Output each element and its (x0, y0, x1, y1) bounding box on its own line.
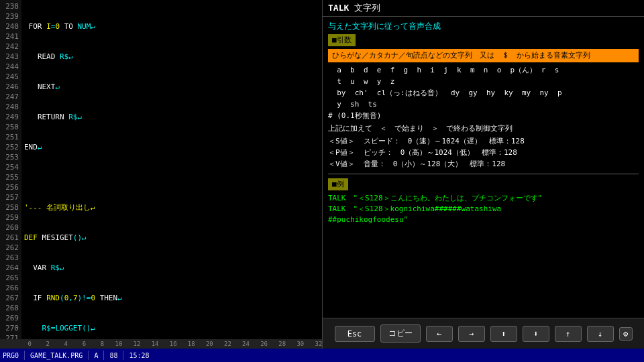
ctrl-values: ＜S値＞ スピード： 0（速）～1024（遅） 標準：128 ＜P値＞ ピッチ：… (328, 135, 639, 170)
code-lines[interactable]: FOR I=0 TO NUM↵ READ R$↵ NEXT↵ RETURN R$… (21, 0, 322, 339)
code-panel: 2382392402412422432442452462472482492502… (0, 0, 322, 349)
status-bar: PRG0 GAME_TALK.PRG A 88 15:28 (0, 349, 644, 362)
status-divider-3 (103, 351, 104, 360)
extra-button[interactable]: ⚙ (619, 327, 633, 341)
filename: GAME_TALK.PRG (30, 352, 83, 359)
args-table: a b d e f g h i j k m n o p（ん） r s t u w… (328, 64, 639, 121)
status-divider-1 (24, 351, 25, 360)
help-content: 与えた文字列に従って音声合成 ■引数 ひらがな／カタカナ／句読点などの文字列 又… (323, 17, 644, 318)
pgup-button[interactable]: ⬆ (490, 326, 517, 342)
help-title-bar: TALK 文字列 (323, 0, 644, 17)
ruler: 0 2 4 6 8 10 12 14 16 18 20 22 24 26 28 … (0, 339, 322, 349)
args-label: ■引数 (328, 34, 356, 46)
help-keyword-desc: 文字列 (354, 3, 380, 13)
ctrl-header: 上記に加えて ＜ で始まり ＞ で終わる制御文字列 (328, 123, 639, 134)
prg-label: PRG0 (3, 352, 19, 359)
pgdn-button[interactable]: ⬇ (523, 326, 549, 342)
down-button[interactable]: ↓ (587, 326, 614, 342)
help-keyword: TALK (328, 3, 349, 13)
status-divider-2 (88, 351, 89, 360)
status-divider-4 (123, 351, 123, 360)
help-panel: TALK 文字列 与えた文字列に従って音声合成 ■引数 ひらがな／カタカナ／句読… (322, 0, 644, 349)
up-button[interactable]: ↑ (555, 326, 582, 342)
help-subtitle: 与えた文字列に従って音声合成 (328, 21, 639, 32)
line-numbers: 2382392402412422432442452462472482492502… (0, 0, 21, 339)
mode: A (94, 352, 98, 359)
copy-button[interactable]: コピー (380, 324, 421, 343)
left-button[interactable]: ← (426, 326, 453, 342)
args-orange-box: ひらがな／カタカナ／句読点などの文字列 又は ＄ から始まる音素文字列 (328, 49, 639, 62)
help-toolbar: Esc コピー ← → ⬆ ⬇ ↑ ↓ ⚙ (323, 318, 644, 349)
time: 15:28 (129, 352, 149, 359)
esc-button[interactable]: Esc (335, 326, 375, 342)
example-code: TALK "＜S128＞こんにちわ。わたしは、プチコンフォーです" TALK "… (328, 193, 639, 225)
main-area: 2382392402412422432442452462472482492502… (0, 0, 644, 349)
position: 88 (109, 352, 117, 359)
right-button[interactable]: → (458, 326, 485, 342)
example-label: ■例 (328, 178, 348, 190)
separator (328, 174, 639, 174)
